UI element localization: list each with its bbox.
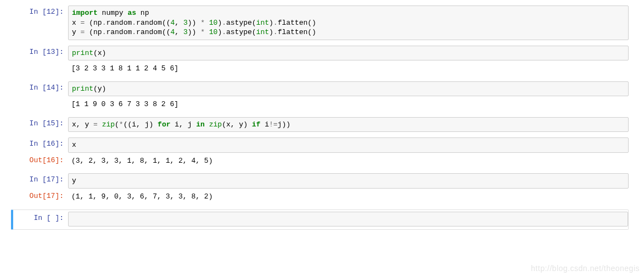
output-17: (1, 1, 9, 0, 3, 6, 7, 3, 3, 8, 2) — [68, 190, 629, 204]
output-13: [3 2 3 3 1 8 1 1 2 4 5 6] — [68, 62, 629, 76]
prompt-in-16: In [16]: — [15, 137, 68, 153]
code-input-13[interactable]: print(x) — [68, 46, 629, 61]
output-cell-17: Out[17]: (1, 1, 9, 0, 3, 6, 7, 3, 3, 8, … — [15, 190, 629, 204]
code-cell-14: In [14]: print(y) — [15, 81, 629, 97]
code-input-empty[interactable] — [68, 212, 628, 227]
output-cell-14: [1 1 9 0 3 6 7 3 3 8 2 6] — [15, 97, 629, 112]
code-cell-12: In [12]: import numpy as np x = (np.rand… — [15, 5, 629, 40]
code-input-15[interactable]: x, y = zip(*((i, j) for i, j in zip(x, y… — [68, 117, 629, 133]
output-14: [1 1 9 0 3 6 7 3 3 8 2 6] — [68, 97, 629, 112]
prompt-in-15: In [15]: — [15, 117, 68, 133]
prompt-in-13: In [13]: — [15, 46, 68, 61]
code-cell-15: In [15]: x, y = zip(*((i, j) for i, j in… — [15, 117, 629, 133]
code-input-16[interactable]: x — [68, 137, 629, 153]
prompt-out-17: Out[17]: — [15, 190, 68, 204]
selected-cell[interactable]: In [ ]: — [11, 209, 629, 230]
output-cell-16: Out[16]: (3, 2, 3, 3, 1, 8, 1, 1, 2, 4, … — [15, 154, 629, 168]
code-cell-13: In [13]: print(x) — [15, 46, 629, 61]
code-input-12[interactable]: import numpy as np x = (np.random.random… — [68, 5, 629, 40]
prompt-in-17: In [17]: — [15, 173, 68, 189]
prompt-empty-13 — [15, 62, 68, 76]
prompt-empty-14 — [15, 97, 68, 112]
code-cell-empty: In [ ]: — [15, 212, 628, 227]
code-cell-16: In [16]: x — [15, 137, 629, 153]
output-16: (3, 2, 3, 3, 1, 8, 1, 1, 2, 4, 5) — [68, 154, 629, 168]
prompt-in-14: In [14]: — [15, 81, 68, 97]
code-cell-17: In [17]: y — [15, 173, 629, 189]
prompt-in-empty: In [ ]: — [15, 212, 68, 227]
code-input-14[interactable]: print(y) — [68, 81, 629, 97]
code-input-17[interactable]: y — [68, 173, 629, 189]
prompt-in-12: In [12]: — [15, 5, 68, 40]
prompt-out-16: Out[16]: — [15, 154, 68, 168]
output-cell-13: [3 2 3 3 1 8 1 1 2 4 5 6] — [15, 62, 629, 76]
